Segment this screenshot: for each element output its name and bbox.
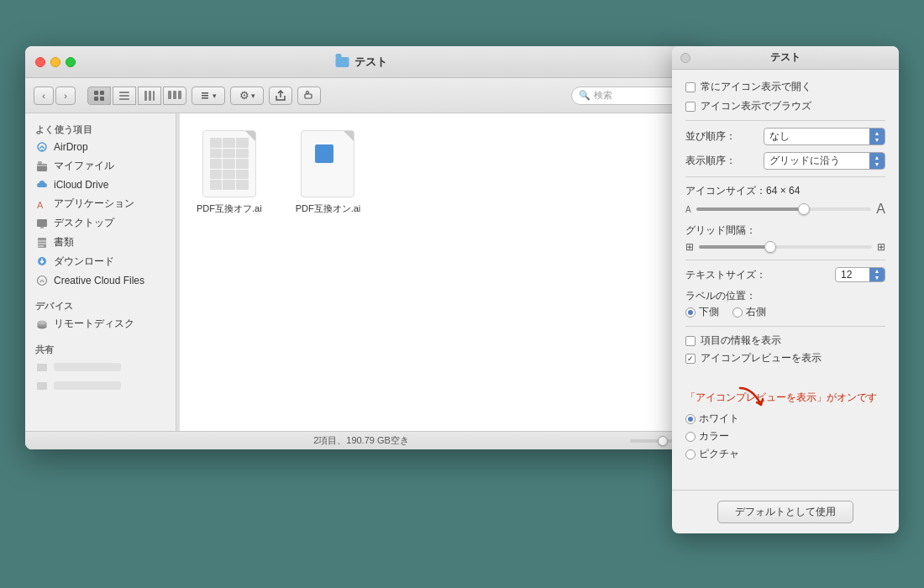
label-right-option[interactable]: 右側 (732, 305, 766, 319)
tag-icon (303, 90, 315, 102)
sidebar-item-documents[interactable]: 書類 (25, 233, 176, 252)
grid-spacing-range[interactable] (699, 245, 872, 249)
grid-cell (210, 170, 223, 180)
traffic-lights (35, 57, 76, 67)
sidebar-item-myfiles[interactable]: マイファイル (25, 156, 176, 176)
sidebar-item-shared-1[interactable] (25, 358, 176, 376)
svg-rect-31 (37, 364, 47, 371)
settings-panel: テスト 常にアイコン表示で開く アイコン表示でブラウズ 並び順序： なし ▲ (672, 46, 899, 533)
folder-icon (336, 57, 349, 67)
maximize-button[interactable] (66, 57, 76, 67)
label-bottom-option[interactable]: 下側 (685, 305, 719, 319)
bg-picture-radio[interactable] (685, 449, 696, 459)
grid-spacing-thumb[interactable] (764, 241, 776, 253)
display-order-down[interactable]: ▼ (874, 161, 880, 168)
slider-thumb[interactable] (658, 436, 668, 446)
browse-icon-row: アイコン表示でブラウズ (685, 99, 885, 113)
sidebar-apps-label: アプリケーション (54, 197, 134, 211)
grid-cell (236, 180, 249, 190)
back-button[interactable]: ‹ (34, 87, 54, 105)
gallery-view-button[interactable] (163, 87, 186, 105)
svg-rect-20 (37, 164, 47, 171)
sidebar-item-desktop[interactable]: デスクトップ (25, 213, 176, 233)
svg-rect-5 (119, 95, 129, 97)
svg-point-17 (307, 91, 309, 93)
svg-rect-7 (144, 91, 147, 101)
file-item-pdf-off[interactable]: PDF互換オフ.ai (197, 130, 262, 414)
icon-size-range[interactable] (696, 207, 872, 211)
close-button[interactable] (35, 57, 45, 67)
gear-icon: ⚙ (239, 89, 249, 102)
text-size-stepper[interactable]: ▲ ▼ (869, 268, 885, 281)
bg-white-option[interactable]: ホワイト (685, 412, 885, 426)
text-size-up[interactable]: ▲ (874, 268, 880, 275)
svg-rect-9 (153, 91, 155, 101)
sidebar-item-shared-2[interactable] (25, 376, 176, 395)
grid-cell (210, 149, 223, 159)
gallery-view-icon (167, 90, 182, 102)
arrange-button[interactable]: ▾ (192, 87, 225, 105)
text-size-select[interactable]: 12 ▲ ▼ (835, 267, 885, 282)
show-preview-checkbox[interactable]: ✓ (685, 354, 696, 364)
show-info-checkbox[interactable] (685, 336, 696, 346)
grid-cell (210, 180, 223, 190)
sidebar-item-icloud[interactable]: iCloud Drive (25, 176, 176, 194)
default-button[interactable]: デフォルトとして使用 (717, 501, 853, 523)
grid-spacing-label: グリッド間隔： (685, 223, 885, 238)
bg-white-radio[interactable] (685, 414, 696, 424)
sort-order-down[interactable]: ▼ (874, 137, 880, 144)
main-content: PDF互換オフ.ai PDF互換オン.ai (180, 113, 697, 431)
sort-order-stepper[interactable]: ▲ ▼ (869, 129, 885, 144)
grid-cell (210, 138, 223, 148)
grid-cell (223, 149, 235, 159)
bg-color-option[interactable]: カラー (685, 429, 885, 444)
sidebar-item-airdrop[interactable]: AirDrop (25, 138, 176, 156)
display-order-select[interactable]: グリッドに沿う ▲ ▼ (764, 152, 885, 170)
svg-rect-32 (37, 382, 47, 390)
forward-button[interactable]: › (55, 87, 76, 105)
icon-view-button[interactable] (87, 87, 111, 105)
bg-picture-label: ピクチャ (699, 447, 739, 461)
sidebar-item-apps[interactable]: A アプリケーション (25, 194, 176, 213)
svg-rect-16 (305, 94, 312, 98)
file-name-pdf-off: PDF互換オフ.ai (197, 202, 262, 215)
icon-size-thumb[interactable] (798, 203, 810, 215)
svg-point-30 (38, 320, 47, 324)
always-icon-checkbox[interactable] (685, 82, 696, 92)
browse-icon-checkbox[interactable] (685, 102, 696, 112)
airdrop-icon (35, 140, 49, 154)
svg-rect-2 (94, 97, 98, 101)
sidebar-item-downloads[interactable]: ダウンロード (25, 252, 176, 271)
ai-doc-off-icon (202, 130, 256, 197)
text-size-value: 12 (836, 268, 869, 281)
settings-close-dot[interactable] (680, 53, 690, 63)
sort-order-select[interactable]: なし ▲ ▼ (764, 128, 885, 145)
share-button[interactable] (269, 87, 292, 105)
svg-rect-12 (178, 91, 181, 99)
file-item-pdf-on[interactable]: PDF互換オン.ai (296, 130, 361, 414)
text-size-down[interactable]: ▼ (874, 275, 880, 281)
sidebar-myfiles-label: マイファイル (54, 159, 114, 173)
column-view-button[interactable] (138, 87, 161, 105)
sort-order-up[interactable]: ▲ (874, 130, 880, 137)
label-right-radio[interactable] (732, 307, 743, 318)
myfiles-icon (35, 160, 49, 173)
svg-rect-4 (119, 92, 129, 93)
sidebar-item-remote[interactable]: リモートディスク (25, 314, 176, 333)
tag-button[interactable] (297, 87, 321, 105)
sidebar-airdrop-label: AirDrop (54, 141, 88, 153)
icon-view-icon (93, 90, 105, 102)
grid-slider-row: ⊞ ⊞ (685, 241, 885, 253)
background-radio-group: ホワイト カラー ピクチャ (685, 412, 885, 461)
label-bottom-radio[interactable] (685, 307, 696, 318)
bg-picture-option[interactable]: ピクチャ (685, 447, 885, 461)
list-view-button[interactable] (113, 87, 136, 105)
search-box[interactable]: 🔍 検索 (571, 87, 689, 105)
bg-color-radio[interactable] (685, 432, 696, 442)
sidebar-item-creative[interactable]: Creative Cloud Files (25, 271, 176, 290)
grid-cell (223, 170, 235, 180)
display-order-up[interactable]: ▲ (874, 155, 880, 161)
display-order-stepper[interactable]: ▲ ▼ (869, 153, 885, 169)
action-button[interactable]: ⚙ ▾ (230, 87, 264, 105)
minimize-button[interactable] (50, 57, 60, 67)
